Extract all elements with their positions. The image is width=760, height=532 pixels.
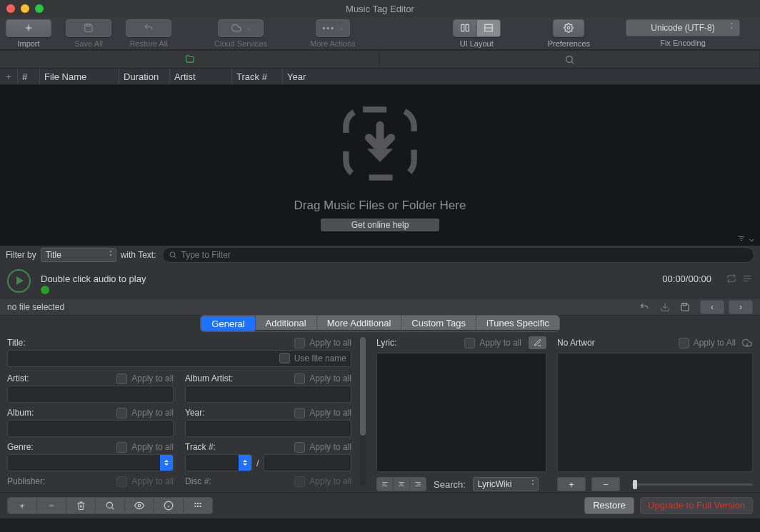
svg-rect-37 — [197, 503, 199, 504]
album-apply-all-checkbox[interactable] — [116, 408, 127, 418]
play-icon — [16, 276, 24, 285]
prev-button[interactable]: ‹ — [700, 300, 724, 314]
lyric-textarea[interactable] — [376, 353, 546, 472]
filter-icon[interactable] — [736, 234, 746, 244]
track-number-combo-button[interactable] — [239, 455, 251, 471]
lyric-apply-all-checkbox[interactable] — [464, 338, 475, 348]
get-online-help-button[interactable]: Get online help — [321, 219, 439, 231]
svg-point-8 — [566, 56, 573, 62]
artwork-drop-zone[interactable] — [557, 353, 753, 472]
form-panel: Title: Apply to all Use file name Artist… — [0, 331, 760, 492]
track-total-input[interactable] — [264, 454, 351, 471]
lyric-source-select[interactable]: LyricWiki˄˅ — [473, 477, 539, 491]
artist-input[interactable] — [7, 386, 174, 403]
align-right-button[interactable] — [410, 478, 426, 491]
trash-button[interactable] — [66, 498, 96, 513]
artwork-add-button[interactable]: + — [557, 477, 586, 491]
year-apply-all-label: Apply to all — [309, 408, 351, 418]
repeat-icon[interactable] — [726, 273, 737, 283]
title-apply-all-checkbox[interactable] — [294, 338, 305, 348]
save-all-button[interactable] — [66, 19, 111, 37]
album-input[interactable] — [7, 420, 174, 437]
artist-apply-all-checkbox[interactable] — [116, 373, 127, 384]
col-year[interactable]: Year — [283, 69, 760, 84]
track-apply-all-checkbox[interactable] — [294, 442, 305, 453]
artwork-apply-all-checkbox[interactable] — [679, 338, 689, 348]
lyric-edit-button[interactable] — [529, 336, 546, 349]
save-item-icon[interactable] — [680, 302, 690, 312]
magnify-button[interactable] — [96, 498, 125, 513]
track-number-combo[interactable] — [185, 454, 252, 471]
folder-tab-button[interactable] — [0, 51, 380, 68]
album-artist-apply-all-checkbox[interactable] — [294, 373, 305, 384]
status-bar: no file selected ‹ › — [0, 298, 760, 316]
tab-more-additional[interactable]: More Additional — [317, 316, 402, 330]
info-button[interactable] — [154, 498, 184, 513]
col-num[interactable]: # — [18, 69, 40, 84]
preferences-button[interactable] — [553, 19, 584, 37]
upgrade-button[interactable]: Upgrade to Full Version — [640, 497, 753, 514]
col-artist[interactable]: Artist — [170, 69, 232, 84]
filter-input[interactable]: Type to Filter — [162, 247, 755, 263]
filter-field-select[interactable]: Title ˄˅ — [41, 248, 116, 262]
add-file-button[interactable]: + — [8, 498, 37, 513]
reveal-button[interactable] — [125, 498, 154, 513]
restore-button[interactable]: Restore — [584, 497, 634, 514]
import-button[interactable] — [6, 19, 51, 37]
drop-zone[interactable]: Drag Music Files or Folder Here Get onli… — [0, 85, 760, 246]
year-apply-all-checkbox[interactable] — [294, 408, 305, 418]
title-bar: Music Tag Editor — [0, 0, 760, 17]
save-all-label: Save All — [74, 39, 103, 48]
artwork-zoom-slider[interactable] — [631, 483, 753, 486]
cloud-download-icon[interactable] — [741, 338, 753, 348]
title-input[interactable]: Use file name — [7, 350, 351, 367]
remove-file-button[interactable]: − — [37, 498, 66, 513]
svg-point-30 — [106, 502, 112, 508]
layout-split-button[interactable] — [477, 19, 501, 37]
cloud-services-button[interactable]: ⌵ — [218, 19, 264, 37]
layout-columns-button[interactable] — [453, 19, 477, 37]
import-label: Import — [17, 39, 39, 48]
svg-rect-3 — [461, 24, 464, 31]
grid-button[interactable] — [184, 498, 212, 513]
genre-apply-all-checkbox[interactable] — [116, 442, 127, 453]
artwork-panel: No Artwor Apply to All + − — [557, 336, 753, 492]
more-actions-button[interactable]: ••• ⌵ — [316, 19, 350, 37]
ui-layout-label: UI Layout — [460, 39, 494, 48]
scrollbar-thumb[interactable] — [360, 337, 366, 436]
artwork-remove-button[interactable]: − — [591, 477, 620, 491]
year-input[interactable] — [185, 420, 351, 437]
slider-knob[interactable] — [633, 480, 637, 489]
play-button[interactable] — [7, 269, 31, 293]
tab-itunes-specific[interactable]: iTunes Specific — [476, 316, 559, 330]
add-column-button[interactable]: + — [0, 69, 18, 84]
artwork-label: No Artwor — [557, 338, 595, 348]
tab-custom-tags[interactable]: Custom Tags — [401, 316, 476, 330]
align-left-button[interactable] — [377, 478, 394, 491]
search-tab-button[interactable] — [380, 51, 760, 68]
tab-additional[interactable]: Additional — [256, 316, 317, 330]
form-scrollbar[interactable] — [360, 337, 366, 486]
col-duration[interactable]: Duration — [119, 69, 170, 84]
genre-combo-button[interactable] — [160, 455, 173, 471]
genre-combo[interactable] — [7, 454, 174, 471]
undo-icon[interactable] — [639, 302, 650, 312]
restore-all-button[interactable] — [126, 19, 171, 37]
player-track-knob[interactable] — [41, 286, 49, 294]
chevron-down-icon[interactable]: ⌵ — [749, 234, 754, 244]
svg-rect-4 — [466, 24, 469, 31]
col-track[interactable]: Track # — [232, 69, 283, 84]
disc-apply-all-checkbox[interactable] — [294, 476, 305, 487]
align-center-button[interactable] — [394, 478, 410, 491]
svg-rect-40 — [197, 506, 199, 507]
next-button[interactable]: › — [729, 300, 753, 314]
tab-general[interactable]: General — [201, 316, 255, 331]
import-icon[interactable] — [660, 302, 670, 312]
album-artist-input[interactable] — [185, 386, 351, 403]
encoding-select[interactable]: Unicode (UTF-8) ˄˅ — [626, 19, 740, 36]
playlist-icon[interactable] — [741, 273, 753, 283]
use-file-name-label: Use file name — [294, 353, 346, 363]
use-file-name-checkbox[interactable] — [279, 353, 290, 363]
col-filename[interactable]: File Name — [40, 69, 119, 84]
publisher-apply-all-checkbox[interactable] — [116, 476, 127, 487]
